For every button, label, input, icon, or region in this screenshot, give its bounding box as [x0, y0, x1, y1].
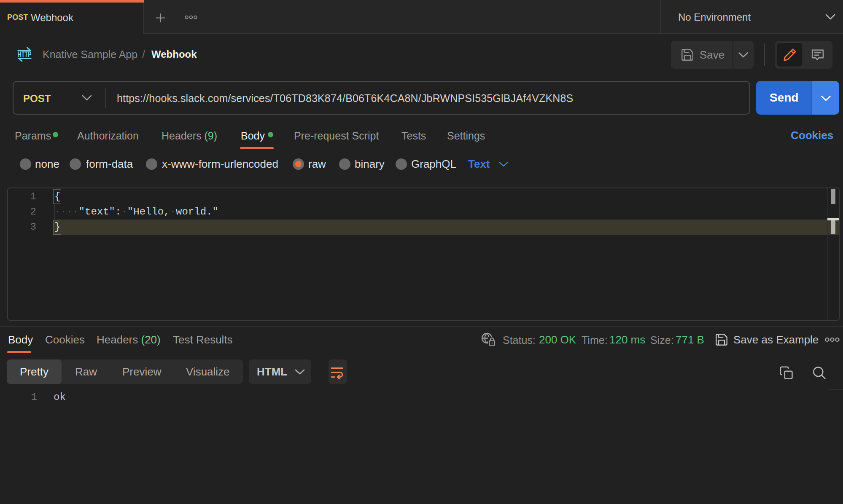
svg-text:HTTP: HTTP — [18, 50, 32, 59]
